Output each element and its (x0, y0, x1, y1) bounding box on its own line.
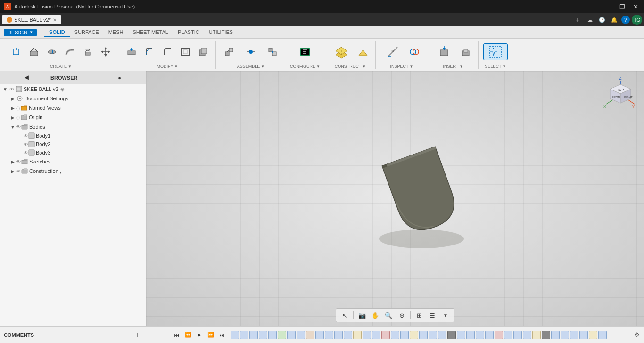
browser-back-button[interactable]: ◀ (4, 74, 49, 82)
look-at-button[interactable]: 📷 (356, 310, 368, 321)
timeline-item-17[interactable] (381, 331, 390, 339)
named-views-vis[interactable]: ◌ (16, 106, 20, 111)
timeline-item-12[interactable] (334, 331, 343, 339)
origin-expand[interactable]: ▶ (9, 114, 16, 121)
step-forward-button[interactable]: ⏩ (206, 330, 216, 340)
timeline-item-26[interactable] (466, 331, 475, 339)
tab-solid[interactable]: SOLID (44, 28, 70, 37)
tab-surface[interactable]: SURFACE (70, 28, 104, 37)
configure-group-label[interactable]: CONFIGURE ▼ (290, 64, 320, 69)
timeline-item-35[interactable] (551, 331, 560, 339)
origin-vis[interactable]: ◌ (16, 115, 20, 120)
construct-group-label[interactable]: CONSTRUCT ▼ (335, 64, 366, 69)
bodies-expand[interactable]: ▼ (9, 123, 16, 130)
timeline-item-18[interactable] (391, 331, 399, 339)
move-button[interactable] (97, 43, 114, 60)
timeline-item-19[interactable] (400, 331, 409, 339)
timeline-item-11[interactable] (325, 331, 333, 339)
timeline-item-20[interactable] (410, 331, 418, 339)
timeline-item-4[interactable] (259, 331, 267, 339)
browser-collapse-button[interactable]: ● (97, 74, 142, 82)
timeline-item-36[interactable] (561, 331, 569, 339)
cloud-button[interactable]: ☁ (585, 15, 595, 25)
configure-button[interactable] (297, 43, 314, 60)
notifications-button[interactable]: 🔔 (609, 15, 619, 25)
active-tab[interactable]: SKEE BALL v2* ✕ (2, 15, 61, 24)
joint-button[interactable] (239, 43, 263, 60)
timeline-item-37[interactable] (570, 331, 578, 339)
construction-expand[interactable]: ▶ (9, 168, 16, 174)
timeline-item-39[interactable] (589, 331, 597, 339)
timeline-item-28[interactable] (485, 331, 494, 339)
timeline-item-8[interactable] (297, 331, 305, 339)
doc-settings-expand[interactable]: ▶ (9, 95, 16, 102)
plane-at-angle-button[interactable] (355, 43, 372, 60)
tree-item-named-views[interactable]: ▶ ◌ Named Views (0, 103, 146, 113)
timeline-item-29[interactable] (495, 331, 503, 339)
timeline-item-33[interactable] (532, 331, 541, 339)
timeline-item-38[interactable] (579, 331, 588, 339)
shell-button[interactable] (177, 43, 194, 60)
add-tab-button[interactable]: + (572, 15, 583, 25)
fillet-button[interactable] (141, 43, 158, 60)
tree-item-origin[interactable]: ▶ ◌ Origin (0, 113, 146, 122)
modify-group-label[interactable]: MODIFY ▼ (157, 64, 178, 69)
tree-item-root[interactable]: ▼ 👁 SKEE BALL v2 ◉ (0, 84, 146, 94)
user-avatar[interactable]: TG (632, 15, 642, 25)
new-component-button[interactable] (8, 43, 25, 60)
help-button[interactable]: ? (621, 16, 630, 24)
tree-item-body3[interactable]: 👁 Body3 (0, 148, 146, 157)
add-comment-button[interactable]: + (133, 331, 142, 339)
chamfer-button[interactable] (159, 43, 176, 60)
timeline-item-15[interactable] (363, 331, 371, 339)
viewport[interactable]: Y X Z TOP FRONT RIGHT ↖ 📷 ✋ (146, 71, 644, 326)
timeline-item-30[interactable] (504, 331, 512, 339)
tree-item-sketches[interactable]: ▶ 👁 Sketches (0, 157, 146, 166)
tab-plastic[interactable]: PLASTIC (173, 28, 204, 37)
root-radio-icon[interactable]: ◉ (60, 87, 65, 92)
display-mode-button[interactable]: ⊞ (413, 310, 425, 321)
nav-cube[interactable]: Y X Z TOP FRONT RIGHT (602, 76, 639, 114)
decal-button[interactable] (457, 43, 474, 60)
tab-mesh[interactable]: MESH (104, 28, 128, 37)
press-pull-button[interactable] (123, 43, 140, 60)
tab-sheet-metal[interactable]: SHEET METAL (128, 28, 173, 37)
timeline-item-2[interactable] (240, 331, 248, 339)
fit-button[interactable]: ⊕ (396, 310, 407, 321)
body2-vis[interactable]: 👁 (24, 142, 28, 147)
assemble-component-button[interactable] (221, 43, 238, 60)
tree-item-construction[interactable]: ▶ 👁 Construction , , (0, 166, 146, 176)
tab-close-button[interactable]: ✕ (53, 17, 57, 23)
timeline-item-21[interactable] (419, 331, 428, 339)
body3-vis[interactable]: 👁 (24, 150, 28, 155)
root-visibility-icon[interactable]: 👁 (9, 87, 14, 92)
timeline-item-3[interactable] (249, 331, 258, 339)
sketches-vis[interactable]: 👁 (16, 159, 21, 164)
orbit-button[interactable]: ↖ (339, 310, 350, 321)
timeline-item-13[interactable] (344, 331, 352, 339)
timeline-item-14[interactable] (353, 331, 362, 339)
loft-button[interactable] (79, 43, 96, 60)
step-back-button[interactable]: ⏪ (183, 330, 193, 340)
timeline-item-32[interactable] (523, 331, 531, 339)
as-built-joint-button[interactable] (264, 43, 281, 60)
view-options-button[interactable]: ▼ (440, 310, 451, 321)
grid-button[interactable]: ☰ (427, 310, 438, 321)
body1-vis[interactable]: 👁 (24, 133, 28, 139)
close-button[interactable]: ✕ (631, 2, 640, 11)
bodies-vis[interactable]: 👁 (16, 124, 21, 130)
timeline-item-27[interactable] (476, 331, 484, 339)
timeline-item-1[interactable] (231, 331, 239, 339)
interference-button[interactable] (406, 43, 423, 60)
combine-button[interactable] (195, 43, 212, 60)
tree-item-doc-settings[interactable]: ▶ Document Settings (0, 94, 146, 103)
create-group-label[interactable]: CREATE ▼ (50, 64, 72, 69)
history-button[interactable]: 🕐 (597, 15, 607, 25)
assemble-group-label[interactable]: ASSEMBLE ▼ (237, 64, 264, 69)
go-to-end-button[interactable]: ⏭ (217, 330, 227, 340)
timeline-item-34[interactable] (542, 331, 550, 339)
design-mode-button[interactable]: DESIGN ▼ (4, 29, 37, 36)
select-group-label[interactable]: SELECT ▼ (485, 64, 506, 69)
root-expand[interactable]: ▼ (2, 86, 8, 92)
named-views-expand[interactable]: ▶ (9, 105, 16, 111)
